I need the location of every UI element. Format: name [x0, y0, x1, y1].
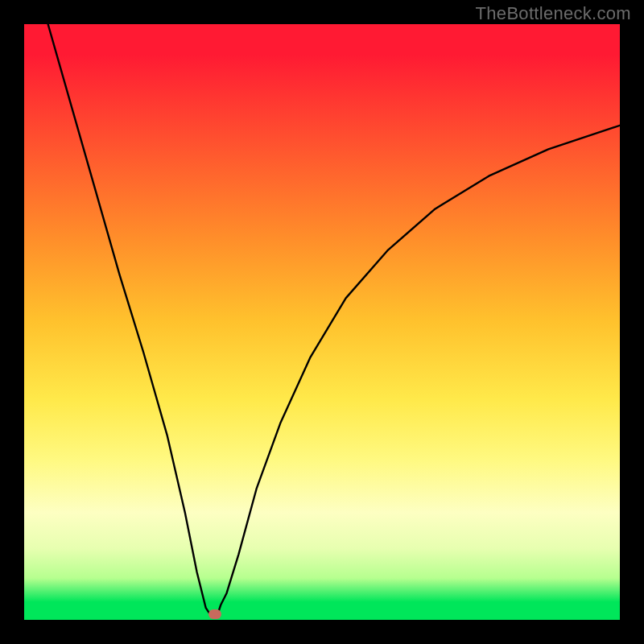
- plot-area: [24, 24, 620, 620]
- chart-frame: TheBottleneck.com: [0, 0, 644, 644]
- curve-svg: [24, 24, 620, 620]
- watermark-text: TheBottleneck.com: [476, 3, 631, 24]
- min-point-marker: [208, 609, 221, 619]
- bottleneck-curve: [48, 24, 620, 617]
